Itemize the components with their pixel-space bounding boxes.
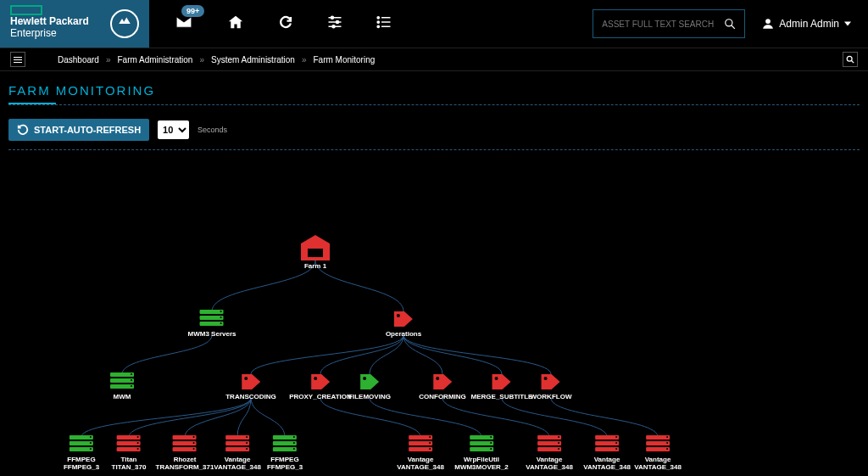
node-sublabel: TITAN_370 [112, 463, 147, 471]
node-label: FFMPEG [64, 456, 99, 463]
divider [8, 149, 860, 150]
node-sublabel: VANTAGE_348 [526, 463, 573, 471]
node-vantage2[interactable]: VantageVANTAGE_348 [397, 435, 444, 471]
page-title: FARM MONITORING [0, 71, 868, 103]
svg-point-6 [377, 16, 379, 18]
node-vantage4[interactable]: VantageVANTAGE_348 [583, 435, 631, 471]
topology-edges [0, 159, 868, 476]
svg-point-19 [314, 377, 317, 380]
svg-point-22 [495, 377, 498, 380]
node-sublabel: VANTAGE_348 [397, 463, 444, 471]
node-label: PROXY_CREATION [289, 393, 352, 400]
refresh-icon-button[interactable] [278, 14, 293, 34]
search-input[interactable] [602, 20, 724, 29]
search-icon [724, 18, 736, 30]
node-label: Vantage [397, 456, 444, 463]
list-button[interactable] [376, 15, 392, 33]
user-icon [762, 18, 774, 30]
refresh-label: START-AUTO-REFRESH [34, 125, 141, 135]
node-label: Farm 1 [301, 262, 330, 270]
sliders-button[interactable] [327, 14, 342, 34]
node-label: TRANSCODING [225, 393, 276, 400]
node-label: FFMPEG [267, 456, 303, 463]
node-rhozet[interactable]: RhozetTRANSFORM_371 [156, 435, 214, 471]
breadcrumb-bar: Dashboard » Farm Administration » System… [0, 48, 868, 71]
breadcrumb-item[interactable]: System Administration [211, 55, 295, 64]
node-label: Titan [112, 456, 147, 463]
refresh-icon [17, 124, 29, 136]
node-farm[interactable]: Farm 1 [301, 235, 330, 270]
home-button[interactable] [227, 14, 244, 34]
node-sublabel: FFMPEG_3 [267, 463, 303, 471]
node-sublabel: MWM3MOVER_2 [454, 463, 509, 471]
node-conforming[interactable]: CONFORMING [419, 372, 466, 400]
svg-point-20 [363, 377, 366, 380]
node-label: Rhozet [156, 456, 214, 463]
node-operations[interactable]: Operations [386, 310, 421, 338]
top-icons: 99+ [149, 14, 392, 34]
user-menu[interactable]: Admin Admin [762, 18, 868, 30]
node-label: MWM3 Servers [188, 330, 236, 338]
svg-line-16 [851, 60, 854, 63]
svg-point-10 [377, 25, 379, 27]
start-auto-refresh-button[interactable]: START-AUTO-REFRESH [8, 119, 149, 141]
svg-point-17 [397, 314, 400, 317]
node-sublabel: VANTAGE_348 [214, 463, 261, 471]
node-sublabel: VANTAGE_348 [583, 463, 631, 471]
node-sublabel: VANTAGE_348 [634, 463, 682, 471]
asset-search[interactable] [593, 9, 745, 38]
node-label: Vantage [583, 456, 631, 463]
node-sublabel: TRANSFORM_371 [156, 463, 214, 471]
topology-canvas[interactable]: Farm 1MWM3 ServersOperationsMWMTRANSCODI… [0, 159, 868, 476]
node-filemoving[interactable]: FILEMOVING [348, 372, 391, 400]
node-ffmpeg2[interactable]: FFMPEGFFMPEG_3 [267, 435, 303, 471]
svg-point-8 [377, 20, 379, 22]
top-bar: Hewlett Packard Enterprise 99+ Admin Adm… [0, 0, 868, 48]
node-titan[interactable]: TitanTITAN_370 [112, 435, 147, 471]
hpe-accent-bar [10, 5, 42, 15]
svg-point-4 [337, 20, 339, 23]
svg-point-18 [244, 377, 248, 380]
svg-point-12 [726, 20, 732, 26]
svg-line-13 [732, 25, 735, 29]
divider [8, 104, 860, 105]
breadcrumb-sep: » [106, 55, 111, 64]
node-label: Vantage [634, 456, 682, 463]
breadcrumb-item[interactable]: Farm Monitoring [313, 55, 375, 64]
search-toggle[interactable] [843, 52, 858, 67]
node-ffmpeg1[interactable]: FFMPEGFFMPEG_3 [64, 435, 99, 471]
controls-bar: START-AUTO-REFRESH 10 Seconds [0, 114, 868, 149]
interval-unit: Seconds [198, 126, 227, 134]
node-label: WORKFLOW [531, 393, 572, 400]
node-mwm[interactable]: MWM [110, 372, 134, 400]
menu-toggle[interactable] [10, 52, 25, 67]
node-transcoding[interactable]: TRANSCODING [225, 372, 276, 400]
refresh-interval-select[interactable]: 10 [158, 120, 189, 139]
node-proxy[interactable]: PROXY_CREATION [289, 372, 352, 400]
svg-point-14 [765, 19, 771, 24]
node-label: Operations [386, 330, 421, 338]
node-vantage5[interactable]: VantageVANTAGE_348 [634, 435, 682, 471]
node-wrp[interactable]: WrpFileUtilMWM3MOVER_2 [454, 435, 509, 471]
svg-point-5 [332, 25, 335, 27]
brand-logo[interactable]: Hewlett Packard Enterprise [0, 0, 149, 48]
node-sublabel: FFMPEG_3 [64, 463, 99, 471]
notifications-button[interactable]: 99+ [175, 15, 193, 33]
node-label: CONFORMING [419, 393, 466, 400]
node-label: Vantage [526, 456, 573, 463]
brand-text: Hewlett Packard Enterprise [10, 15, 89, 40]
svg-point-15 [847, 56, 852, 61]
node-mwm3[interactable]: MWM3 Servers [188, 310, 236, 338]
user-name: Admin Admin [779, 18, 839, 30]
node-vantage1[interactable]: VantageVANTAGE_348 [214, 435, 261, 471]
svg-point-3 [331, 16, 334, 19]
node-label: WrpFileUtil [454, 456, 509, 463]
node-vantage3[interactable]: VantageVANTAGE_348 [526, 435, 573, 471]
node-workflow[interactable]: WORKFLOW [531, 372, 572, 400]
node-label: MWM [110, 393, 134, 400]
breadcrumb-sep: » [302, 55, 307, 64]
breadcrumb-sep: » [199, 55, 204, 64]
node-merge_sub[interactable]: MERGE_SUBTITLE [471, 372, 533, 400]
breadcrumb-item[interactable]: Dashboard [58, 55, 99, 64]
breadcrumb-item[interactable]: Farm Administration [117, 55, 192, 64]
